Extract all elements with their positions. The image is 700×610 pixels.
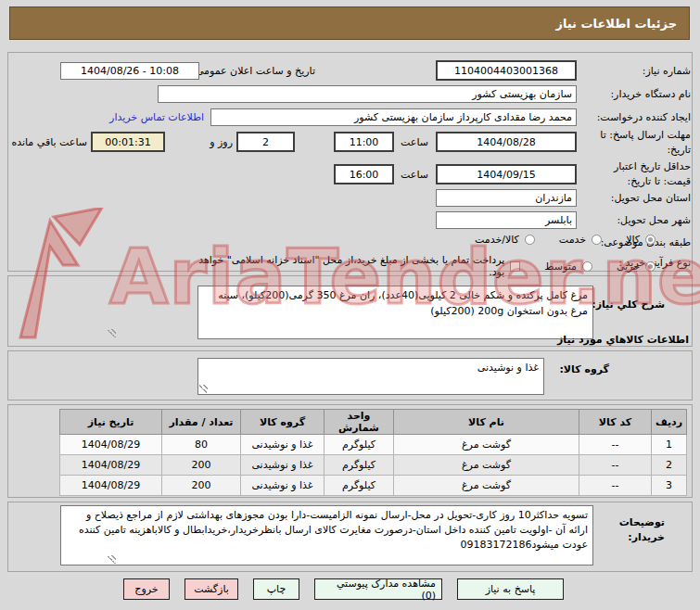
goods-table-row: 1--گوشت مرغکیلوگرمغذا و نوشیدنی801404/08… bbox=[60, 435, 687, 455]
goods-table-header-cell: تاریخ نیاز bbox=[60, 410, 162, 435]
goods-table-cell: غذا و نوشیدنی bbox=[241, 435, 325, 455]
buyer-org-label: نام دستگاه خریدار: bbox=[610, 88, 691, 100]
radio-option[interactable]: جزیی bbox=[617, 261, 655, 273]
goods-table-row: 2--گوشت مرغکیلوگرمغذا و نوشیدنی2001404/0… bbox=[60, 455, 687, 476]
print-button[interactable]: چاپ bbox=[253, 578, 299, 600]
radio-icon[interactable] bbox=[645, 261, 655, 272]
goods-table-cell: 200 bbox=[162, 455, 241, 476]
goods-table-cell: غذا و نوشیدنی bbox=[241, 455, 325, 476]
goods-table-cell: گوشت مرغ bbox=[394, 476, 579, 496]
delivery-city-field[interactable]: بابلسر bbox=[436, 211, 577, 229]
resize-grip-icon[interactable] bbox=[108, 555, 116, 564]
radio-icon[interactable] bbox=[645, 235, 655, 245]
goods-table-cell: گوشت مرغ bbox=[394, 455, 579, 476]
announce-datetime-field[interactable]: 1404/08/26 - 10:08 bbox=[60, 62, 199, 80]
goods-table-cell: غذا و نوشیدنی bbox=[241, 476, 325, 496]
delivery-province-field[interactable]: مازندران bbox=[436, 189, 577, 207]
radio-option[interactable]: کالا bbox=[626, 234, 655, 246]
goods-table-cell: -- bbox=[579, 455, 652, 476]
buyer-notes-label: توضیحات خریدار: bbox=[607, 515, 665, 545]
goods-table-cell: -- bbox=[579, 476, 652, 496]
price-validity-label: حداقل تاریخ اعتبار قیمت: تا تاریخ: bbox=[591, 159, 691, 189]
goods-table: ردیفکد کالانام کالاواحد شمارشگروه کالاتع… bbox=[59, 409, 687, 496]
need-number-field[interactable]: 1104004403001368 bbox=[436, 60, 577, 81]
goods-table-cell: 1404/08/29 bbox=[60, 476, 162, 496]
goods-table-cell: کیلوگرم bbox=[325, 435, 394, 455]
radio-option[interactable]: متوسط bbox=[544, 261, 592, 273]
reply-deadline-hour-label: ساعت bbox=[401, 136, 428, 148]
goods-table-cell: 2 bbox=[652, 455, 687, 476]
goods-table-header-cell: واحد شمارش bbox=[325, 410, 394, 435]
goods-table-header-cell: گروه کالا bbox=[241, 410, 325, 435]
reply-to-need-button[interactable]: پاسخ به نیاز bbox=[457, 578, 564, 600]
creator-field[interactable]: محمد رضا مقدادی کارپرداز سازمان بهزیستی … bbox=[210, 108, 577, 126]
goods-table-cell: گوشت مرغ bbox=[394, 435, 579, 455]
countdown-remaining-label: ساعت باقي مانده bbox=[11, 136, 87, 148]
need-details-window: جزئیات اطلاعات نیاز شماره نیاز: 11040044… bbox=[0, 0, 700, 610]
goods-table-cell: 80 bbox=[162, 435, 241, 455]
goods-table-cell: کیلوگرم bbox=[325, 455, 394, 476]
goods-table-header-row: ردیفکد کالانام کالاواحد شمارشگروه کالاتع… bbox=[60, 410, 687, 435]
goods-table-header-cell: تعداد / مقدار bbox=[162, 410, 241, 435]
countdown-days-field: 2 bbox=[236, 132, 295, 152]
radio-option-label: جزیی bbox=[617, 261, 640, 273]
goods-table-cell: کیلوگرم bbox=[325, 476, 394, 496]
countdown-days-label: روز و bbox=[210, 136, 233, 148]
buyer-notes-textarea[interactable]: تسویه حداکثر10 روز کاری-تحویل در محل-ارس… bbox=[60, 505, 593, 566]
price-validity-hour-field[interactable]: 16:00 bbox=[334, 164, 394, 184]
purchase-process-options: جزییمتوسط پرداخت تمام یا بخشی از مبلغ خر… bbox=[185, 254, 655, 278]
radio-option-label: کالا bbox=[626, 234, 640, 246]
delivery-province-label: استان محل تحویل: bbox=[611, 192, 691, 204]
resize-grip-icon[interactable] bbox=[199, 385, 208, 393]
countdown-time-field: 00:01:31 bbox=[91, 132, 165, 152]
radio-option[interactable]: کالا/خدمت bbox=[475, 234, 535, 246]
need-description-textarea[interactable]: مرغ کامل پرکنده و شکم خالی 2 کیلویی(40عد… bbox=[197, 286, 593, 339]
radio-option[interactable]: خدمت bbox=[559, 234, 602, 246]
action-button-row: پاسخ به نیاز مشاهده مدارک پیوستي (0) چاپ… bbox=[123, 578, 564, 600]
creator-label: ایجاد کننده درخواست: bbox=[597, 111, 691, 123]
goods-table-header-cell: کد کالا bbox=[579, 410, 652, 435]
delivery-city-label: شهر محل تحویل: bbox=[617, 214, 691, 226]
treasury-payment-checkbox[interactable] bbox=[510, 261, 520, 272]
goods-table-header-cell: ردیف bbox=[652, 410, 687, 435]
treasury-payment-option[interactable]: پرداخت تمام یا بخشی از مبلغ خرید،از محل … bbox=[185, 254, 520, 278]
goods-table-cell: 1404/08/29 bbox=[60, 455, 162, 476]
radio-option-label: خدمت bbox=[559, 234, 586, 246]
radio-icon[interactable] bbox=[525, 235, 535, 245]
radio-option-label: کالا/خدمت bbox=[475, 234, 519, 246]
reply-deadline-hour-field[interactable]: 11:00 bbox=[334, 132, 394, 152]
goods-table-cell: 3 bbox=[652, 476, 687, 496]
goods-info-header: اطلاعات کالاهاي مورد نیاز bbox=[557, 334, 689, 346]
back-button[interactable]: بازگشت bbox=[185, 578, 238, 600]
goods-group-label: گروه کالا: bbox=[559, 363, 609, 375]
goods-table-header-cell: نام کالا bbox=[394, 410, 579, 435]
exit-button[interactable]: خروج bbox=[123, 578, 170, 600]
price-validity-hour-label: ساعت bbox=[401, 169, 428, 181]
need-description-label: شرح کلي نیاز: bbox=[592, 299, 665, 311]
goods-table-row: 3--گوشت مرغکیلوگرمغذا و نوشیدنی2001404/0… bbox=[60, 476, 687, 496]
page-title: جزئیات اطلاعات نیاز bbox=[555, 17, 677, 31]
goods-table-cell: 1404/08/29 bbox=[60, 435, 162, 455]
price-validity-date-field[interactable]: 1404/09/15 bbox=[436, 164, 577, 184]
goods-table-cell: 1 bbox=[652, 435, 687, 455]
radio-option-label: متوسط bbox=[544, 261, 577, 273]
window-title-bar: جزئیات اطلاعات نیاز bbox=[9, 6, 690, 40]
goods-group-textarea[interactable]: غذا و نوشیدنی bbox=[197, 358, 544, 395]
view-attached-docs-button[interactable]: مشاهده مدارک پیوستي (0) bbox=[314, 578, 442, 600]
radio-icon[interactable] bbox=[582, 261, 592, 272]
buyer-org-field[interactable]: سازمان بهزیستی کشور bbox=[158, 85, 577, 103]
treasury-payment-checkbox-label: پرداخت تمام یا بخشی از مبلغ خرید،از محل … bbox=[185, 254, 504, 278]
goods-table-cell: 200 bbox=[162, 476, 241, 496]
reply-deadline-date-field[interactable]: 1404/08/28 bbox=[436, 132, 577, 152]
radio-icon[interactable] bbox=[592, 235, 602, 245]
announce-datetime-label: تاریخ و ساعت اعلان عمومی: bbox=[192, 65, 315, 77]
reply-deadline-label: مهلت ارسال پاسخ: تا تاریخ: bbox=[596, 128, 691, 158]
need-number-label: شماره نیاز: bbox=[643, 65, 691, 77]
resize-grip-icon[interactable] bbox=[108, 329, 116, 337]
subject-classification-options: کالاخدمتکالا/خدمت bbox=[475, 234, 655, 246]
goods-table-cell: -- bbox=[579, 435, 652, 455]
buyer-contact-link[interactable]: اطلاعات تماس خریدار bbox=[109, 111, 204, 123]
